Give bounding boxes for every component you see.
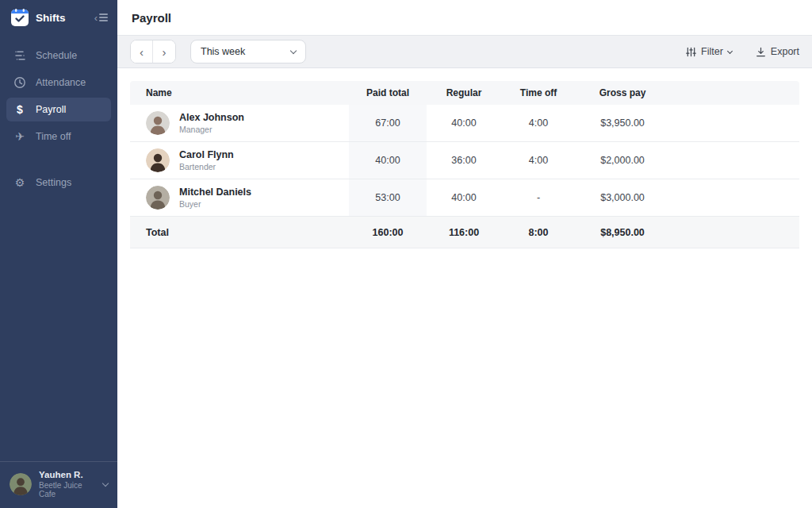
regular-cell: 40:00 — [427, 192, 501, 203]
paid-total-cell: 40:00 — [349, 142, 427, 179]
user-avatar — [10, 473, 32, 495]
employee-name: Alex Johnson — [179, 112, 244, 123]
gross-pay-cell: $2,000.00 — [576, 155, 669, 166]
download-icon — [756, 47, 766, 57]
employee-avatar — [146, 148, 170, 172]
filter-sliders-icon — [686, 47, 696, 57]
regular-cell: 40:00 — [427, 117, 501, 129]
logo-row: Shifts ‹ — [0, 0, 117, 34]
employee-role: Manager — [179, 125, 244, 134]
time-off-cell: 4:00 — [501, 117, 576, 129]
column-header-regular[interactable]: Regular — [427, 87, 501, 98]
regular-cell: 36:00 — [427, 155, 501, 166]
column-header-gross-pay[interactable]: Gross pay — [576, 87, 669, 98]
column-header-paid-total[interactable]: Paid total — [349, 87, 427, 98]
employee-name: Mitchel Daniels — [179, 187, 251, 198]
table-row[interactable]: Carol Flynn Bartender 40:00 36:00 4:00 $… — [130, 142, 799, 179]
chevron-down-icon — [727, 48, 733, 53]
table-total-row: Total 160:00 116:00 8:00 $8,950.00 — [130, 217, 799, 248]
gross-pay-cell: $3,000.00 — [576, 192, 669, 203]
app-window: Shifts ‹ Schedule Attendance $ Payroll ✈… — [0, 0, 812, 508]
gross-pay-cell: $3,950.00 — [576, 117, 669, 129]
total-time-off: 8:00 — [501, 227, 576, 238]
payroll-table: Name Paid total Regular Time off Gross p… — [130, 81, 799, 248]
period-nav: ‹ › — [130, 40, 176, 64]
total-paid: 160:00 — [349, 227, 427, 238]
column-header-time-off[interactable]: Time off — [501, 87, 576, 98]
period-select-value: This week — [201, 46, 245, 57]
employee-role: Buyer — [179, 199, 251, 209]
sidebar-nav: Schedule Attendance $ Payroll ✈ Time off… — [0, 42, 117, 196]
main-area: Payroll ‹ › This week Filter — [117, 0, 812, 508]
total-label: Total — [130, 227, 349, 238]
next-period-button[interactable]: › — [153, 40, 175, 63]
paid-total-cell: 67:00 — [349, 105, 427, 141]
user-name: Yauhen R. — [39, 470, 96, 479]
attendance-icon — [13, 75, 27, 90]
sidebar-item-payroll[interactable]: $ Payroll — [6, 98, 111, 121]
employee-role: Bartender — [179, 162, 234, 171]
employee-avatar — [146, 111, 170, 135]
sidebar-item-attendance[interactable]: Attendance — [6, 71, 111, 94]
table-row[interactable]: Mitchel Daniels Buyer 53:00 40:00 - $3,0… — [130, 179, 799, 217]
sidebar-collapse-icon[interactable]: ‹ — [94, 13, 108, 23]
chevron-down-icon — [290, 48, 297, 54]
toolbar: ‹ › This week Filter — [117, 35, 812, 68]
sidebar-item-time-off[interactable]: ✈ Time off — [6, 125, 111, 148]
page-header: Payroll — [117, 0, 812, 35]
time-off-cell: 4:00 — [501, 155, 576, 166]
column-header-name[interactable]: Name — [130, 87, 349, 98]
employee-name: Carol Flynn — [179, 149, 234, 160]
time-off-icon: ✈ — [13, 129, 27, 144]
account-switcher[interactable]: Yauhen R. Beetle Juice Cafe — [0, 461, 117, 508]
prev-period-button[interactable]: ‹ — [131, 40, 153, 63]
export-button[interactable]: Export — [756, 46, 799, 57]
sidebar-item-schedule[interactable]: Schedule — [6, 44, 111, 67]
table-header-row: Name Paid total Regular Time off Gross p… — [130, 81, 799, 105]
content-area: Name Paid total Regular Time off Gross p… — [117, 68, 812, 508]
shifts-logo-icon — [11, 9, 29, 26]
app-title: Shifts — [36, 12, 87, 24]
table-row[interactable]: Alex Johnson Manager 67:00 40:00 4:00 $3… — [130, 105, 799, 142]
user-organization: Beetle Juice Cafe — [39, 481, 96, 498]
filter-button[interactable]: Filter — [686, 46, 732, 57]
employee-avatar — [146, 186, 170, 210]
schedule-icon — [13, 48, 27, 63]
paid-total-cell: 53:00 — [349, 179, 427, 216]
payroll-icon: $ — [13, 102, 27, 117]
chevron-down-icon — [102, 479, 109, 486]
total-regular: 116:00 — [427, 227, 501, 238]
sidebar-item-settings[interactable]: ⚙ Settings — [6, 171, 111, 194]
sidebar: Shifts ‹ Schedule Attendance $ Payroll ✈… — [0, 0, 117, 508]
time-off-cell: - — [501, 192, 576, 203]
total-gross: $8,950.00 — [576, 227, 669, 238]
period-select[interactable]: This week — [190, 40, 306, 64]
settings-icon: ⚙ — [13, 175, 27, 190]
page-title: Payroll — [132, 11, 171, 25]
